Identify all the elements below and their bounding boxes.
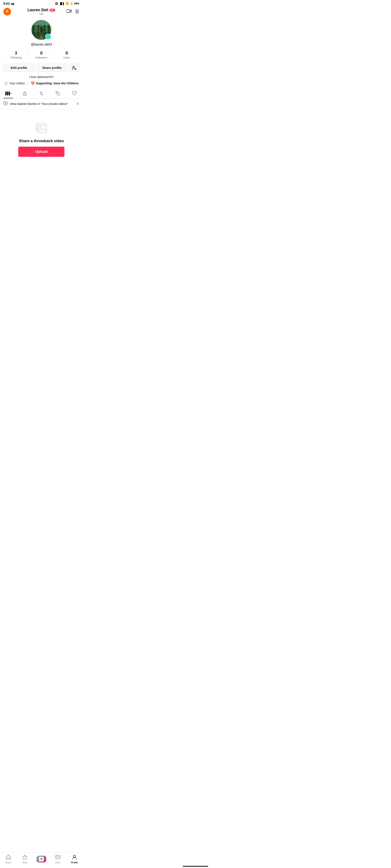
- svg-rect-14: [5, 92, 7, 95]
- likes-label: Likes: [64, 56, 70, 59]
- upload-button[interactable]: Upload: [18, 147, 64, 157]
- svg-point-8: [40, 27, 42, 30]
- share-profile-button[interactable]: Share profile: [36, 64, 67, 72]
- signal-icon: ▐▌▌: [59, 2, 65, 5]
- menu-button[interactable]: ☰: [75, 9, 79, 14]
- username-row: Lauren Deli 9+: [28, 8, 55, 12]
- links-row: 🛒 Your orders | 💝 Supporting: Save the C…: [4, 81, 79, 85]
- avatar-thumbnail[interactable]: P: [3, 8, 11, 16]
- banner-close-button[interactable]: ✕: [76, 101, 79, 106]
- empty-state-title: Share a throwback video: [19, 139, 64, 143]
- story-banner: View expired Stories in "Your private vi…: [0, 98, 83, 109]
- tab-tagged[interactable]: [50, 89, 66, 98]
- charity-text: Supporting: Save the Children: [36, 82, 79, 85]
- header-actions: ☰: [67, 9, 79, 14]
- battery-icon: 🔋: [70, 2, 73, 5]
- status-bar: 9:03 📷 🔕 ▐▌▌ 📶 🔋 69%: [0, 0, 83, 6]
- following-label: Following: [10, 56, 22, 59]
- live-icon-button[interactable]: [67, 9, 72, 14]
- avatar-container: +: [31, 20, 52, 40]
- banner-content: View expired Stories in "Your private vi…: [3, 101, 68, 106]
- svg-rect-10: [32, 20, 51, 25]
- mute-icon: 🔕: [55, 2, 58, 5]
- upload-circle-icon: [3, 101, 8, 106]
- followers-stat[interactable]: 0 Followers: [29, 50, 54, 60]
- content-tabs: ▾: [0, 89, 83, 98]
- svg-rect-16: [9, 92, 10, 95]
- empty-state: Share a throwback video Upload: [0, 109, 83, 165]
- svg-rect-3: [33, 24, 34, 34]
- followers-label: Followers: [35, 56, 47, 59]
- banner-text: View expired Stories in "Your private vi…: [10, 102, 68, 105]
- notification-badge[interactable]: 9+: [50, 9, 55, 12]
- tab-liked[interactable]: [66, 89, 83, 98]
- followers-count: 0: [29, 51, 54, 56]
- svg-rect-0: [67, 10, 70, 12]
- profile-handle: @lauren.deli3: [31, 42, 52, 46]
- add-friend-button[interactable]: [69, 64, 79, 72]
- username-text: Lauren Deli: [28, 8, 48, 12]
- tab-private[interactable]: [17, 89, 33, 98]
- likes-stat[interactable]: 0 Likes: [54, 50, 79, 60]
- svg-rect-9: [42, 29, 43, 31]
- video-camera-icon: 📷: [11, 2, 14, 5]
- tab-reposts[interactable]: [33, 89, 50, 98]
- following-count: 3: [3, 51, 29, 56]
- svg-point-11: [73, 66, 74, 68]
- pronouns-label: her: [28, 12, 55, 16]
- header-title-group: Lauren Deli 9+ her: [28, 8, 55, 16]
- status-icons: 🔕 ▐▌▌ 📶 🔋 69%: [55, 2, 79, 5]
- avatar-add-button[interactable]: +: [45, 34, 51, 40]
- orders-text: Your orders: [9, 82, 25, 85]
- edit-profile-button[interactable]: Edit profile: [3, 64, 35, 72]
- svg-point-18: [25, 94, 25, 95]
- empty-photos-icon: [34, 122, 49, 135]
- action-buttons: Edit profile Share profile: [3, 64, 79, 72]
- battery-percent: 69%: [74, 2, 79, 5]
- link-separator: |: [27, 82, 28, 85]
- bio-text: I love adventure!!!!: [29, 75, 54, 79]
- stats-row: 3 Following 0 Followers 0 Likes: [3, 50, 79, 60]
- tab-dropdown-arrow: ▾: [10, 92, 11, 95]
- tab-videos[interactable]: ▾: [0, 89, 17, 98]
- charity-link[interactable]: 💝 Supporting: Save the Children: [31, 81, 79, 85]
- profile-section: + @lauren.deli3 3 Following 0 Followers …: [0, 17, 83, 89]
- heart-diamond-icon: 💝: [31, 81, 35, 85]
- orders-link[interactable]: 🛒 Your orders: [4, 81, 25, 85]
- likes-count: 0: [54, 51, 79, 56]
- wifi-icon: 📶: [66, 2, 69, 5]
- following-stat[interactable]: 3 Following: [3, 50, 29, 60]
- svg-rect-15: [7, 92, 8, 95]
- header: P Lauren Deli 9+ her ☰: [0, 6, 83, 17]
- cart-icon: 🛒: [4, 81, 8, 85]
- svg-rect-26: [38, 126, 47, 133]
- svg-rect-19: [56, 92, 58, 94]
- status-time: 9:03: [3, 2, 10, 5]
